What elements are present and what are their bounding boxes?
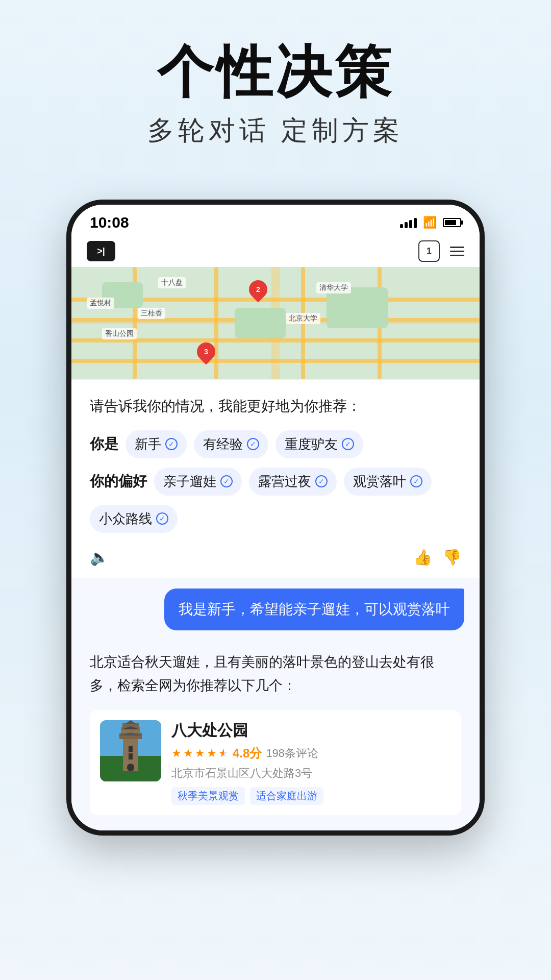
option-chip-family[interactable]: 亲子遛娃 ✓ xyxy=(154,468,242,496)
check-icon: ✓ xyxy=(410,475,422,487)
rec-intro-text: 北京适合秋天遛娃，且有美丽的落叶景色的登山去处有很多，检索全网为你推荐以下几个： xyxy=(90,651,461,698)
star-4: ★ xyxy=(207,747,217,760)
app-navbar: >| 1 xyxy=(71,235,480,267)
experience-label: 你是 xyxy=(90,434,118,454)
map-label: 十八盘 xyxy=(158,277,186,288)
sub-title: 多轮对话 定制方案 xyxy=(31,113,520,149)
poi-tag-1: 秋季美景观赏 xyxy=(171,787,245,805)
star-2: ★ xyxy=(183,747,193,760)
check-icon: ✓ xyxy=(247,438,259,450)
chip-label: 有经验 xyxy=(203,435,243,453)
svg-rect-10 xyxy=(129,753,133,760)
check-icon: ✓ xyxy=(165,438,178,450)
nav-right: 1 xyxy=(418,240,464,262)
option-chip-hardcore[interactable]: 重度驴友 ✓ xyxy=(276,430,363,458)
map-label: 香山公园 xyxy=(102,328,137,339)
poi-tags: 秋季美景观赏 适合家庭出游 xyxy=(171,787,451,805)
check-icon: ✓ xyxy=(156,512,168,525)
map-label: 孟悦村 xyxy=(87,298,114,309)
recommendation-section: 北京适合秋天遛娃，且有美丽的落叶景色的登山去处有很多，检索全网为你推荐以下几个： xyxy=(71,641,480,830)
preference-options-row-2: 小众路线 ✓ xyxy=(90,505,461,533)
check-icon: ✓ xyxy=(315,475,328,487)
chip-label: 亲子遛娃 xyxy=(163,473,216,491)
chip-label: 露营过夜 xyxy=(258,473,311,491)
chip-label: 重度驴友 xyxy=(285,435,338,453)
map-road xyxy=(214,267,218,379)
wifi-icon: 📶 xyxy=(423,216,437,229)
signal-icon xyxy=(400,217,417,228)
top-section: 个性决策 多轮对话 定制方案 xyxy=(0,0,551,179)
ai-intro-text: 请告诉我你的情况，我能更好地为你推荐： xyxy=(90,395,461,418)
status-bar: 10:08 📶 xyxy=(71,205,480,235)
option-chip-experienced[interactable]: 有经验 ✓ xyxy=(194,430,268,458)
star-5: ★ ★ xyxy=(218,747,229,760)
audio-icon[interactable]: 🔈 xyxy=(90,548,109,566)
phone-mockup-wrap: 10:08 📶 >| 1 xyxy=(0,200,551,836)
rating-score: 4.8分 xyxy=(233,745,262,762)
option-chip-niche[interactable]: 小众路线 ✓ xyxy=(90,505,178,533)
option-chip-foliage[interactable]: 观赏落叶 ✓ xyxy=(344,468,432,496)
star-1: ★ xyxy=(171,747,182,760)
poi-info: 八大处公园 ★ ★ ★ ★ ★ ★ xyxy=(171,720,451,805)
map-label: 三桂香 xyxy=(138,308,165,319)
main-title: 个性决策 xyxy=(31,41,520,103)
svg-rect-11 xyxy=(127,764,134,771)
poi-stars: ★ ★ ★ ★ ★ ★ xyxy=(171,747,229,760)
notification-button[interactable]: 1 xyxy=(418,240,440,262)
app-logo[interactable]: >| xyxy=(87,241,115,261)
ai-chat-bubble: 请告诉我你的情况，我能更好地为你推荐： 你是 新手 ✓ 有经验 ✓ 重度驴友 ✓ xyxy=(71,379,480,578)
thumbup-icon[interactable]: 👍 xyxy=(413,548,432,566)
status-icons: 📶 xyxy=(400,216,461,229)
poi-tower-svg xyxy=(100,720,161,781)
phone-mockup: 10:08 📶 >| 1 xyxy=(66,200,485,836)
poi-card[interactable]: 八大处公园 ★ ★ ★ ★ ★ ★ xyxy=(90,710,461,815)
experience-options-row: 你是 新手 ✓ 有经验 ✓ 重度驴友 ✓ xyxy=(90,430,461,458)
user-bubble: 我是新手，希望能亲子遛娃，可以观赏落叶 xyxy=(164,589,464,630)
chip-label: 新手 xyxy=(135,435,161,453)
svg-rect-9 xyxy=(129,746,133,752)
chip-label: 观赏落叶 xyxy=(353,473,406,491)
check-icon: ✓ xyxy=(342,438,354,450)
poi-image xyxy=(100,720,161,781)
poi-tag-2: 适合家庭出游 xyxy=(250,787,323,805)
menu-button[interactable] xyxy=(450,247,464,256)
check-icon: ✓ xyxy=(220,475,233,487)
preference-options-row: 你的偏好 亲子遛娃 ✓ 露营过夜 ✓ 观赏落叶 ✓ xyxy=(90,468,461,496)
action-icons: 👍 👎 xyxy=(413,548,461,566)
option-chip-beginner[interactable]: 新手 ✓ xyxy=(126,430,187,458)
battery-icon xyxy=(443,218,461,227)
user-chat-bubble-wrap: 我是新手，希望能亲子遛娃，可以观赏落叶 xyxy=(71,578,480,641)
chip-label: 小众路线 xyxy=(99,510,152,528)
star-3: ★ xyxy=(195,747,205,760)
preference-label: 你的偏好 xyxy=(90,472,147,491)
option-chip-camping[interactable]: 露营过夜 ✓ xyxy=(249,468,337,496)
bubble-actions: 🔈 👍 👎 xyxy=(90,543,461,566)
map-green-area xyxy=(327,287,388,328)
map-green-area xyxy=(235,308,286,338)
map-area: 十八盘 孟悦村 三桂香 清华大学 北京大学 香山公园 2 3 xyxy=(71,267,480,379)
map-label: 清华大学 xyxy=(316,282,351,293)
poi-rating: ★ ★ ★ ★ ★ ★ 4.8分 198条评论 xyxy=(171,745,451,762)
status-time: 10:08 xyxy=(90,214,129,231)
poi-name: 八大处公园 xyxy=(171,720,451,741)
map-label: 北京大学 xyxy=(286,313,320,324)
thumbdown-icon[interactable]: 👎 xyxy=(442,548,461,566)
rating-count: 198条评论 xyxy=(266,746,318,761)
poi-address: 北京市石景山区八大处路3号 xyxy=(171,766,451,781)
